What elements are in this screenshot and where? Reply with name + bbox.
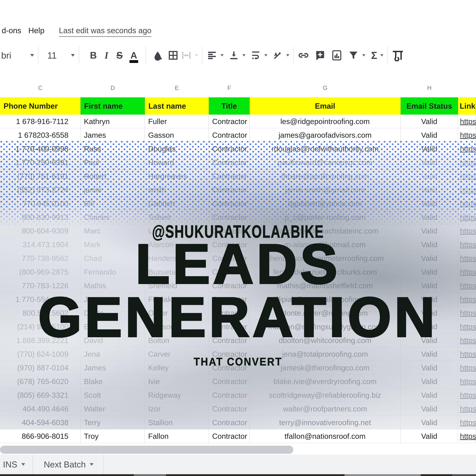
cell-last-name[interactable]: Alarcon [145, 238, 209, 252]
cell-phone[interactable]: 404.490.4646 [0, 402, 81, 416]
cell-email[interactable]: bgabbert@yahoo.com [250, 197, 401, 210]
sheet-tab-next-batch[interactable]: Next Batch [44, 459, 94, 469]
header-cell-last-name[interactable]: Last name [145, 97, 209, 115]
header-cell-email[interactable]: Email [250, 97, 401, 115]
text-wrap-button[interactable] [250, 50, 267, 61]
cell-title[interactable]: Contractor [209, 374, 250, 388]
cell-email-status[interactable]: Valid [401, 347, 458, 361]
cell-email[interactable]: dbolton@whitcoroofing.com [250, 334, 401, 347]
cell-last-name[interactable]: Lancaster [145, 224, 209, 238]
cell-first-name[interactable]: Blake [81, 374, 145, 388]
cell-email-status[interactable]: Valid [401, 265, 458, 279]
text-rotation-button[interactable] [272, 50, 289, 61]
cell-last-name[interactable]: Tolbert [145, 210, 209, 224]
cell-last-name[interactable]: Filipiak [145, 292, 209, 306]
cell-link[interactable]: https: [458, 347, 476, 361]
cell-email-status[interactable]: Valid [401, 361, 458, 374]
cell-first-name[interactable]: Donte [81, 306, 145, 320]
cell-first-name[interactable]: Paul [81, 156, 145, 169]
cell-title[interactable]: Contractor [209, 252, 250, 265]
cell-first-name[interactable]: Walter [81, 402, 145, 416]
cell-email[interactable]: jena@totalproroofing.com [250, 347, 401, 361]
last-edit-link[interactable]: Last edit was seconds ago [59, 26, 152, 37]
italic-button[interactable]: I [100, 50, 113, 61]
insert-comment-button[interactable] [314, 50, 326, 61]
cell-link[interactable]: https: [458, 169, 476, 183]
cell-link[interactable]: https: [458, 238, 476, 252]
cell-first-name[interactable]: Eric [81, 320, 145, 334]
cell-link[interactable]: https: [458, 197, 476, 210]
cell-title[interactable]: Contractor [209, 334, 250, 347]
cell-title[interactable]: Contractor [209, 169, 250, 183]
cell-email[interactable]: les@ridgepointroofing.com [250, 115, 401, 128]
font-size-selector[interactable]: 11 [47, 50, 75, 61]
cell-phone[interactable]: (800-969-2875 [0, 265, 81, 279]
cell-first-name[interactable]: Jena [81, 347, 145, 361]
cell-email-status[interactable]: Valid [401, 402, 458, 416]
cell-first-name[interactable]: James [81, 128, 145, 142]
cell-phone[interactable]: 1 770-400-0998 [0, 142, 81, 156]
cell-phone[interactable]: 770.945.0100 [0, 197, 81, 210]
insert-link-button[interactable] [298, 50, 309, 61]
cell-last-name[interactable]: Buzueta [145, 265, 209, 279]
cell-link[interactable]: https: [458, 128, 476, 142]
cell-title[interactable]: Contractor [209, 197, 250, 210]
cell-first-name[interactable]: Fernando [81, 265, 145, 279]
horizontal-align-button[interactable] [206, 50, 224, 61]
horizontal-scrollbar[interactable] [0, 446, 293, 454]
cell-phone[interactable]: (214) 956-5100 [0, 320, 81, 334]
cell-last-name[interactable]: Hargreaves [145, 169, 209, 183]
merge-cells-button[interactable] [181, 50, 198, 61]
cell-last-name[interactable]: Oliver [145, 306, 209, 320]
cell-last-name[interactable]: Izor [145, 402, 209, 416]
cell-link[interactable]: https: [458, 142, 476, 156]
cell-email[interactable]: blake.ivie@everdryroofing.com [250, 374, 401, 388]
cell-first-name[interactable]: Scott [81, 388, 145, 402]
cell-first-name[interactable]: Charles [81, 210, 145, 224]
cell-phone[interactable]: 770-783-1226 [0, 279, 81, 292]
cell-link[interactable]: https: [458, 156, 476, 169]
cell-last-name[interactable]: Fallon [145, 429, 209, 443]
cell-first-name[interactable]: David [81, 334, 145, 347]
cell-last-name[interactable]: Fuller [145, 115, 209, 128]
cell-link[interactable]: https: [458, 320, 476, 334]
cell-email-status[interactable]: Valid [401, 279, 458, 292]
cell-first-name[interactable]: Troy [81, 429, 145, 443]
cell-first-name[interactable]: Mathis [81, 279, 145, 292]
cell-phone[interactable]: 770-738-9562 [0, 252, 81, 265]
cell-last-name[interactable]: Sheffield [145, 279, 209, 292]
cell-email-status[interactable]: Valid [401, 128, 458, 142]
cell-title[interactable]: Contractor [209, 361, 250, 374]
cell-phone[interactable]: 800.551.5602 [0, 306, 81, 320]
cell-title[interactable]: Contractor [209, 416, 250, 429]
menu-item-addons[interactable]: d-ons [2, 26, 21, 35]
cell-email[interactable]: m-alarcon@hotmail.com [250, 238, 401, 252]
cell-link[interactable]: https: [458, 306, 476, 320]
cell-email-status[interactable]: Valid [401, 115, 458, 128]
cell-title[interactable]: Contractor [209, 156, 250, 169]
cell-last-name[interactable]: Douglas [145, 142, 209, 156]
cell-email[interactable]: mlancaster@peachstateinc.com [250, 224, 401, 238]
cell-first-name[interactable]: jamie [81, 183, 145, 197]
cell-email[interactable]: terry@innovativeroofing.net [250, 416, 401, 429]
cell-phone[interactable]: (770) 624-1009 [0, 347, 81, 361]
cell-email-status[interactable]: Valid [401, 320, 458, 334]
strikethrough-button[interactable]: S [113, 50, 126, 61]
cell-link[interactable]: https: [458, 224, 476, 238]
cell-phone[interactable]: 800-830-9913 [0, 210, 81, 224]
column-letter-E[interactable]: E [175, 85, 179, 91]
fill-color-button[interactable] [150, 50, 165, 61]
cell-email-status[interactable]: Valid [401, 197, 458, 210]
cell-email[interactable]: walter@roofpartners.com [250, 402, 401, 416]
cell-phone[interactable]: 1 770-554-1229 [0, 292, 81, 306]
cell-title[interactable]: Contractor [209, 210, 250, 224]
cell-phone[interactable]: (970) 887-0104 [0, 361, 81, 374]
cell-email-status[interactable]: Valid [401, 142, 458, 156]
cell-first-name[interactable]: James [81, 361, 145, 374]
cell-email[interactable]: tfallon@nationsroof.com [250, 429, 401, 443]
cell-email[interactable]: jamesk@theroofingco.com [250, 361, 401, 374]
cell-link[interactable]: https: [458, 115, 476, 128]
cell-phone[interactable]: 1 678203-6558 [0, 128, 81, 142]
header-cell-linke[interactable]: Linke [458, 97, 476, 115]
cell-last-name[interactable]: Gabbert [145, 197, 209, 210]
